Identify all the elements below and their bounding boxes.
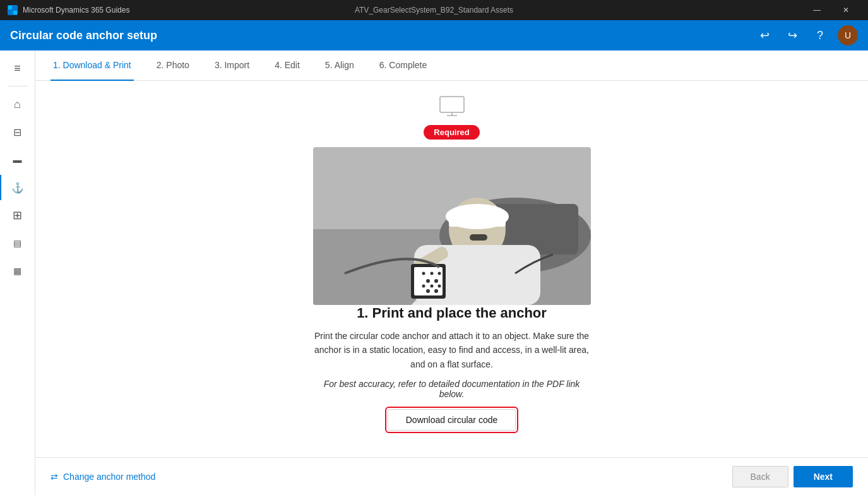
- monitor-icon: [439, 96, 465, 122]
- undo-button[interactable]: ↩: [754, 25, 775, 45]
- sidebar-item-menu[interactable]: ≡: [5, 56, 30, 81]
- tab-import[interactable]: 3. Import: [212, 51, 252, 81]
- tabs-bar: 1. Download & Print 2. Photo 3. Import 4…: [35, 51, 868, 81]
- svg-rect-14: [449, 215, 506, 227]
- svg-point-19: [426, 279, 430, 283]
- svg-point-22: [430, 272, 433, 275]
- main-content: Required: [35, 81, 868, 457]
- main-layout: ≡ ⌂ ⊟ ▬ ⚓ ⊞ ▤ ▦ 1. Download & Print: [0, 51, 868, 495]
- sidebar-item-barcode[interactable]: ▦: [5, 258, 30, 283]
- download-circular-code-button[interactable]: Download circular code: [388, 409, 516, 431]
- sidebar: ≡ ⌂ ⊟ ▬ ⚓ ⊞ ▤ ▦: [0, 51, 35, 495]
- monitor-area: Required: [424, 96, 479, 147]
- tab-photo[interactable]: 2. Photo: [154, 51, 192, 81]
- svg-rect-4: [440, 97, 464, 112]
- sidebar-item-grid[interactable]: ⊞: [5, 203, 30, 228]
- window-controls: — ✕: [802, 0, 860, 20]
- svg-point-26: [437, 285, 441, 288]
- footer: ⇄ Change anchor method Back Next: [35, 457, 868, 495]
- header-actions: ↩ ↪ ? U: [754, 25, 858, 45]
- menu-icon: ≡: [14, 62, 21, 75]
- app-icon: [8, 5, 18, 15]
- table-icon: ▤: [13, 238, 21, 248]
- sidebar-item-text[interactable]: ▬: [5, 147, 30, 172]
- step-note: For best accuracy, refer to detailed doc…: [313, 379, 591, 399]
- tab-complete[interactable]: 6. Complete: [377, 51, 429, 81]
- grid-icon: ⊞: [13, 208, 22, 222]
- svg-point-23: [437, 272, 441, 275]
- help-button[interactable]: ?: [810, 25, 830, 45]
- tab-edit[interactable]: 4. Edit: [272, 51, 302, 81]
- anchor-icon: ⚓: [11, 182, 24, 194]
- svg-point-25: [430, 285, 433, 288]
- step-description: Print the circular code anchor and attac…: [313, 329, 591, 371]
- change-anchor-icon: ⇄: [51, 472, 58, 482]
- sidebar-item-anchor[interactable]: ⚓: [0, 175, 35, 200]
- text-icon: ▬: [13, 155, 22, 165]
- svg-rect-0: [8, 6, 12, 9]
- app-name: Microsoft Dynamics 365 Guides: [23, 6, 129, 15]
- redo-button[interactable]: ↪: [782, 25, 802, 45]
- minimize-button[interactable]: —: [802, 0, 831, 20]
- close-button[interactable]: ✕: [831, 0, 860, 20]
- content-area: 1. Download & Print 2. Photo 3. Import 4…: [35, 51, 868, 495]
- change-anchor-label: Change anchor method: [63, 472, 155, 482]
- tab-download[interactable]: 1. Download & Print: [51, 51, 134, 81]
- svg-rect-1: [13, 6, 17, 9]
- title-bar-left: Microsoft Dynamics 365 Guides: [8, 5, 129, 15]
- back-button: Back: [732, 466, 788, 487]
- avatar: U: [838, 25, 858, 45]
- svg-point-27: [426, 289, 430, 293]
- svg-rect-2: [8, 11, 12, 15]
- svg-point-24: [422, 285, 425, 288]
- next-button[interactable]: Next: [794, 466, 853, 487]
- svg-point-28: [434, 289, 438, 293]
- app-header: Circular code anchor setup ↩ ↪ ? U: [0, 20, 868, 51]
- required-badge: Required: [424, 125, 479, 140]
- sidebar-divider-1: [8, 86, 28, 86]
- sidebar-item-image[interactable]: ⊟: [5, 119, 30, 145]
- svg-rect-3: [13, 11, 17, 15]
- home-icon: ⌂: [14, 98, 21, 111]
- image-icon: ⊟: [13, 126, 21, 138]
- header-title: Circular code anchor setup: [10, 29, 157, 42]
- tab-align[interactable]: 5. Align: [323, 51, 357, 81]
- file-name: ATV_GearSelectSystem_B92_Standard Assets: [355, 6, 513, 15]
- footer-buttons: Back Next: [732, 466, 853, 487]
- sidebar-item-table[interactable]: ▤: [5, 230, 30, 256]
- svg-point-20: [434, 279, 438, 283]
- step-illustration: [313, 147, 591, 305]
- barcode-icon: ▦: [13, 266, 21, 276]
- change-anchor-method-button[interactable]: ⇄ Change anchor method: [51, 472, 155, 482]
- title-bar: Microsoft Dynamics 365 Guides ATV_GearSe…: [0, 0, 868, 20]
- sidebar-item-home[interactable]: ⌂: [5, 92, 30, 117]
- svg-rect-29: [470, 234, 487, 241]
- step-heading: 1. Print and place the anchor: [357, 305, 547, 321]
- svg-point-21: [422, 272, 425, 275]
